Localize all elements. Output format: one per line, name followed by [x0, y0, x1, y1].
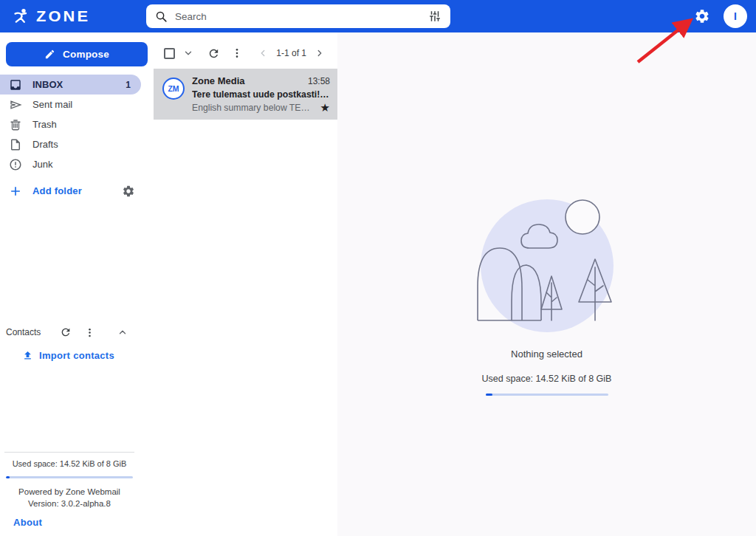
pagination-label: 1-1 of 1: [276, 48, 306, 58]
main-used-space-text: Used space: 14.52 KiB of 8 GiB: [482, 374, 612, 384]
folder-label: Sent mail: [32, 99, 72, 110]
compose-button[interactable]: Compose: [6, 42, 148, 66]
reading-pane: Nothing selected Used space: 14.52 KiB o…: [337, 32, 756, 536]
more-vertical-icon: [231, 47, 243, 59]
sidebar-item-trash[interactable]: Trash: [0, 114, 154, 134]
avatar-initial: I: [734, 10, 737, 22]
email-sender: Zone Media: [192, 75, 302, 86]
import-contacts-button[interactable]: Import contacts: [0, 350, 154, 361]
sidebar: Compose INBOX 1 Sent mail Trash: [0, 32, 154, 536]
contacts-collapse-button[interactable]: [114, 323, 131, 341]
powered-by-text: Powered by Zone Webmail: [6, 487, 133, 496]
add-folder-button[interactable]: Add folder: [0, 181, 154, 201]
compose-label: Compose: [63, 49, 109, 60]
user-avatar[interactable]: I: [724, 4, 747, 28]
sidebar-item-sent[interactable]: Sent mail: [0, 95, 154, 114]
trash-icon: [9, 118, 22, 131]
contacts-more-button[interactable]: [80, 323, 98, 341]
more-vertical-icon: [84, 327, 95, 338]
folder-label: INBOX: [32, 79, 63, 90]
zone-logo: ZONE: [12, 7, 146, 25]
upload-icon: [22, 350, 33, 361]
sidebar-footer: Used space: 14.52 KiB of 8 GiB Powered b…: [4, 452, 134, 536]
message-list-toolbar: 1-1 of 1: [154, 42, 337, 64]
drafts-icon: [9, 138, 22, 151]
sender-avatar: ZM: [162, 78, 185, 100]
nothing-selected-text: Nothing selected: [511, 348, 583, 360]
email-preview: English summary below TERE T…: [192, 103, 316, 113]
contacts-refresh-button[interactable]: [57, 323, 75, 341]
sidebar-item-inbox[interactable]: INBOX 1: [0, 75, 141, 95]
folder-label: Drafts: [32, 139, 58, 150]
compose-pencil-icon: [44, 49, 55, 60]
send-icon: [9, 98, 22, 111]
list-refresh-button[interactable]: [205, 44, 222, 62]
email-list-item[interactable]: ZM Zone Media 13:58 Tere tulemast uude p…: [154, 69, 337, 120]
email-subject: Tere tulemast uude postkasti! / …: [192, 89, 330, 100]
junk-icon: [9, 158, 22, 171]
version-text: Version: 3.0.2-alpha.8: [6, 499, 133, 508]
folder-label: Trash: [32, 119, 57, 130]
main-used-space-progressbar: [486, 394, 608, 396]
settings-icon: [694, 8, 710, 24]
chevron-up-icon: [117, 327, 128, 337]
search-bar: [146, 4, 450, 28]
settings-button[interactable]: [691, 5, 713, 27]
zone-runner-icon: [12, 7, 30, 25]
chevron-right-icon: [315, 48, 325, 58]
folder-settings-button[interactable]: [121, 184, 136, 199]
used-space-progressbar: [6, 476, 133, 478]
topbar: ZONE I: [0, 0, 756, 32]
empty-state-illustration: [473, 189, 621, 337]
search-filter-button[interactable]: [425, 7, 444, 26]
sidebar-item-junk[interactable]: Junk: [0, 154, 154, 174]
import-contacts-label: Import contacts: [39, 350, 114, 361]
star-icon[interactable]: ★: [320, 102, 330, 113]
add-icon: [9, 185, 22, 198]
select-options-button[interactable]: [179, 44, 197, 62]
folder-label: Junk: [32, 159, 52, 170]
about-link[interactable]: About: [13, 517, 42, 528]
tune-icon: [428, 10, 441, 23]
sidebar-item-drafts[interactable]: Drafts: [0, 134, 154, 154]
add-folder-label: Add folder: [32, 185, 82, 196]
list-more-button[interactable]: [228, 44, 246, 62]
message-list-panel: 1-1 of 1 ZM Zone Media 13:58 Tere tulema…: [154, 32, 337, 536]
search-icon: [155, 10, 168, 23]
chevron-down-icon: [183, 48, 193, 58]
refresh-icon: [207, 47, 220, 60]
chevron-left-icon: [258, 48, 268, 58]
folder-settings-gear-icon: [122, 185, 135, 198]
brand-name: ZONE: [36, 7, 90, 25]
prev-page-button[interactable]: [254, 44, 272, 62]
inbox-icon: [9, 78, 22, 92]
unread-badge: 1: [126, 80, 141, 90]
contacts-header: Contacts: [0, 322, 154, 343]
used-space-text: Used space: 14.52 KiB of 8 GiB: [6, 459, 133, 468]
email-time: 13:58: [308, 76, 330, 86]
contacts-title: Contacts: [6, 327, 41, 337]
sender-initials: ZM: [168, 84, 179, 93]
select-all-checkbox[interactable]: [164, 48, 175, 59]
next-page-button[interactable]: [311, 44, 329, 62]
refresh-icon: [60, 326, 72, 338]
search-input[interactable]: [175, 11, 425, 22]
